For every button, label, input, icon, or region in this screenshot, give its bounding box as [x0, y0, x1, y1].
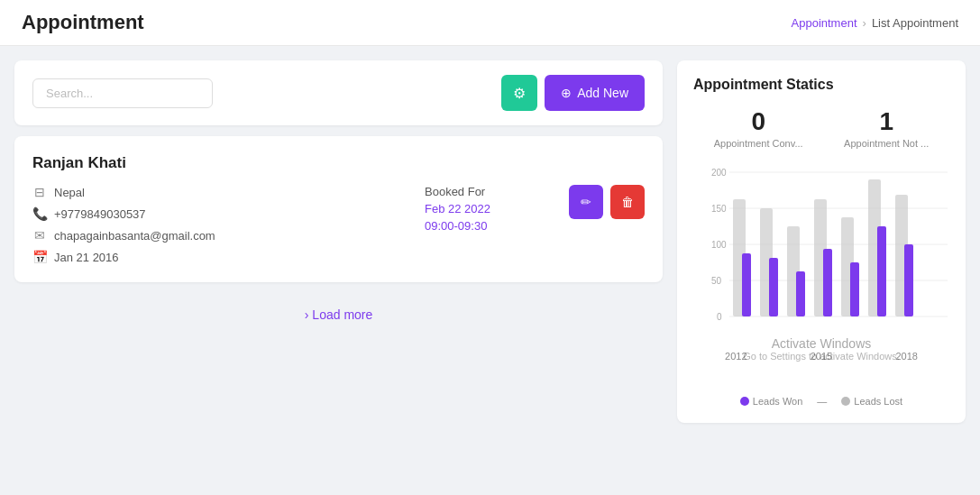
legend-won-label: Leads Won [753, 396, 802, 407]
chart-legend: Leads Won — Leads Lost [693, 396, 949, 407]
legend-lost-label: Leads Lost [854, 396, 902, 407]
load-more[interactable]: › Load more [14, 293, 663, 336]
booked-for-label: Booked For [425, 185, 551, 198]
gear-icon: ⚙ [513, 85, 526, 102]
converted-label: Appointment Conv... [714, 138, 803, 149]
email-value: chapagainbasanta@gmail.com [54, 229, 215, 243]
converted-value: 0 [714, 107, 803, 136]
email-row: ✉ chapagainbasanta@gmail.com [32, 228, 407, 243]
breadcrumb-separator: › [863, 16, 866, 30]
phone-icon: 📞 [32, 206, 47, 221]
top-header: Appointment Appointment › List Appointme… [0, 0, 980, 46]
calendar-icon: 📅 [32, 250, 47, 264]
svg-rect-11 [742, 253, 751, 316]
contact-name: Ranjan Khati [32, 154, 645, 172]
svg-rect-17 [823, 249, 832, 316]
location-row: ⊟ Nepal [32, 185, 407, 199]
add-new-button[interactable]: ⊕ Add New [545, 75, 645, 111]
bar-chart: 200 150 100 50 0 [693, 163, 949, 344]
legend-lost-dot [841, 397, 850, 406]
search-input[interactable] [32, 78, 213, 108]
breadcrumb: Appointment › List Appointment [792, 16, 958, 30]
card-body: ⊟ Nepal 📞 +9779849030537 ✉ chapagainbasa… [32, 185, 645, 264]
svg-text:0: 0 [717, 312, 722, 322]
stat-converted: 0 Appointment Conv... [714, 107, 803, 149]
stat-not-converted: 1 Appointment Not ... [844, 107, 929, 149]
not-converted-label: Appointment Not ... [844, 138, 929, 149]
booking-info: Booked For Feb 22 2022 09:00-09:30 [425, 185, 551, 233]
svg-text:50: 50 [711, 276, 722, 286]
main-content: ⚙ ⊕ Add New Ranjan Khati ⊟ Nepal 📞 [0, 46, 980, 437]
not-converted-value: 1 [844, 107, 929, 136]
appointment-card: Ranjan Khati ⊟ Nepal 📞 +9779849030537 ✉ … [14, 136, 663, 282]
stats-title: Appointment Statics [693, 77, 949, 93]
legend-separator: — [817, 396, 827, 407]
x-label-2012: 2012 [725, 351, 746, 362]
location-value: Nepal [54, 186, 85, 199]
svg-rect-19 [850, 262, 859, 316]
booked-date: Feb 22 2022 [425, 202, 551, 215]
x-label-2018: 2018 [895, 351, 917, 362]
chart-x-labels: 2012 2015 2018 [693, 351, 949, 362]
svg-text:150: 150 [711, 204, 727, 214]
load-more-arrow: › [305, 307, 309, 322]
svg-rect-21 [877, 226, 886, 316]
x-label-2015: 2015 [811, 351, 832, 362]
breadcrumb-current: List Appointment [872, 16, 958, 30]
add-new-label: Add New [577, 86, 628, 100]
location-icon: ⊟ [32, 185, 47, 199]
svg-text:100: 100 [711, 240, 727, 250]
delete-button[interactable]: 🗑 [610, 185, 645, 219]
legend-lost: Leads Lost [841, 396, 902, 407]
left-panel: ⚙ ⊕ Add New Ranjan Khati ⊟ Nepal 📞 [14, 60, 663, 423]
right-panel: Appointment Statics 0 Appointment Conv..… [677, 60, 966, 423]
svg-rect-13 [769, 258, 778, 316]
breadcrumb-parent[interactable]: Appointment [792, 16, 857, 30]
chart-area: 200 150 100 50 0 [693, 163, 949, 389]
booked-time: 09:00-09:30 [425, 219, 551, 233]
edit-button[interactable]: ✏ [569, 185, 603, 219]
action-buttons: ⚙ ⊕ Add New [501, 75, 645, 111]
contact-info: ⊟ Nepal 📞 +9779849030537 ✉ chapagainbasa… [32, 185, 407, 264]
card-actions: ✏ 🗑 [569, 185, 645, 219]
svg-rect-15 [796, 271, 805, 316]
date-value: Jan 21 2016 [54, 251, 119, 264]
legend-won-dot [740, 397, 749, 406]
svg-text:200: 200 [711, 168, 727, 178]
load-more-label: Load more [312, 307, 372, 322]
search-bar-card: ⚙ ⊕ Add New [14, 60, 663, 125]
edit-icon: ✏ [581, 195, 591, 209]
phone-value: +9779849030537 [54, 207, 146, 221]
trash-icon: 🗑 [621, 195, 634, 209]
phone-row: 📞 +9779849030537 [32, 206, 407, 221]
email-icon: ✉ [32, 228, 47, 243]
stats-numbers: 0 Appointment Conv... 1 Appointment Not … [693, 107, 949, 149]
settings-button[interactable]: ⚙ [501, 75, 537, 111]
plus-icon: ⊕ [561, 86, 572, 100]
date-row: 📅 Jan 21 2016 [32, 250, 407, 264]
legend-won: Leads Won [740, 396, 802, 407]
page-title: Appointment [22, 11, 144, 34]
svg-rect-23 [904, 244, 913, 316]
